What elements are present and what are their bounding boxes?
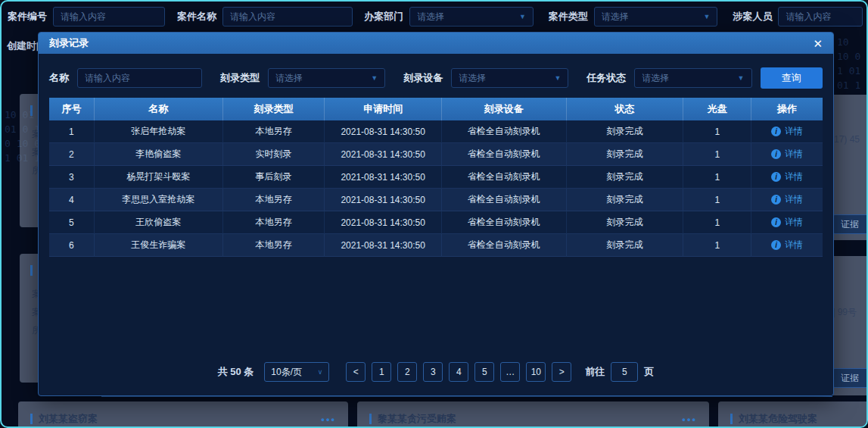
case-type-select-value: 请选择 <box>602 11 629 23</box>
table-cell: 事后刻录 <box>223 166 325 189</box>
table-cell: 本地另存 <box>223 211 325 234</box>
table-cell: 1 <box>683 189 751 211</box>
page-button[interactable]: 1 <box>372 362 391 382</box>
table-cell: 本地另存 <box>223 120 325 143</box>
person-input[interactable] <box>778 7 863 27</box>
page-button[interactable]: … <box>500 362 520 382</box>
department-field: 办案部门 请选择 ▼ <box>364 7 534 27</box>
table-cell: 省检全自动刻录机 <box>442 189 567 211</box>
action-cell: i详情 <box>751 143 823 166</box>
person-label: 涉案人员 <box>733 10 772 23</box>
department-select[interactable]: 请选择 ▼ <box>409 7 534 27</box>
table-cell: 省检全自动刻录机 <box>442 211 567 234</box>
case-card-title: 刘某某盗窃案 <box>39 412 98 426</box>
table-cell: 1 <box>683 143 751 166</box>
table-cell: 5 <box>49 211 95 234</box>
column-header: 操作 <box>751 98 823 120</box>
more-menu-icon[interactable]: ••• <box>682 414 697 425</box>
page-button[interactable]: 3 <box>423 362 443 382</box>
action-cell: i详情 <box>751 234 823 257</box>
panel-fragment-text: ] 99号 <box>832 306 857 319</box>
accent-bar <box>30 265 33 276</box>
evidence-button[interactable]: 证据 <box>832 368 868 388</box>
goto-page-input[interactable] <box>611 362 638 382</box>
table-cell: 3 <box>49 166 95 189</box>
accent-bar <box>30 105 33 116</box>
case-card[interactable]: 刘某某盗窃案 ••• <box>18 401 348 428</box>
table-cell: 2 <box>49 143 95 166</box>
next-page-button[interactable]: > <box>552 362 571 382</box>
detail-link[interactable]: 详情 <box>785 125 803 138</box>
task-status-select-value: 请选择 <box>642 72 669 85</box>
chevron-down-icon: ▼ <box>554 74 561 82</box>
evidence-button[interactable]: 证据 <box>832 214 868 234</box>
task-status-label: 任务状态 <box>586 71 626 85</box>
table-cell: 1 <box>49 120 95 143</box>
table-cell: 省检全自动刻录机 <box>442 120 567 143</box>
action-cell: i详情 <box>751 189 823 211</box>
name-filter-input[interactable] <box>77 68 202 88</box>
detail-link[interactable]: 详情 <box>785 239 803 251</box>
dialog-filter-bar: 名称 刻录类型 请选择 ▼ 刻录设备 请选择 ▼ 任务状态 请选择 ▼ 查询 <box>39 54 833 98</box>
table-cell: 省检全自动刻录机 <box>442 143 567 166</box>
case-card-title: 刘某某危险驾驶案 <box>739 412 817 426</box>
accent-bar <box>369 414 372 424</box>
case-card[interactable]: 黎某某贪污受贿案 ••• <box>357 401 709 428</box>
case-name-field: 案件名称 <box>177 7 349 27</box>
more-menu-icon[interactable]: ••• <box>321 414 336 425</box>
case-type-select[interactable]: 请选择 ▼ <box>594 7 718 27</box>
page-size-select[interactable]: 10条/页 ∨ <box>264 362 329 382</box>
case-type-field: 案件类型 请选择 ▼ <box>549 7 718 27</box>
action-cell: i详情 <box>751 120 823 143</box>
table-row: 3杨晃打架斗殴案事后刻录2021-08-31 14:30:50省检全自动刻录机刻… <box>49 166 823 189</box>
burn-device-label: 刻录设备 <box>403 71 443 85</box>
burn-type-select[interactable]: 请选择 ▼ <box>268 68 385 88</box>
table-cell: 2021-08-31 14:30:50 <box>325 143 442 166</box>
case-name-input[interactable] <box>222 7 353 27</box>
case-card[interactable]: 刘某某危险驾驶案 <box>718 401 868 428</box>
table-cell: 6 <box>49 234 95 257</box>
column-header: 刻录设备 <box>442 98 567 120</box>
column-header: 光盘 <box>683 98 751 120</box>
table-body: 1张启年抢劫案本地另存2021-08-31 14:30:50省检全自动刻录机刻录… <box>49 120 823 257</box>
table-cell: 省检全自动刻录机 <box>442 234 567 257</box>
task-status-select[interactable]: 请选择 ▼ <box>634 68 751 88</box>
case-type-label: 案件类型 <box>549 10 588 23</box>
page-button[interactable]: 5 <box>474 362 494 382</box>
page-buttons: 12345…10 <box>372 362 546 382</box>
table-cell: 李思思入室抢劫案 <box>95 189 223 211</box>
evidence-button-label: 证据 <box>841 218 859 231</box>
case-name-label: 案件名称 <box>177 10 216 23</box>
dialog-title: 刻录记录 <box>49 36 89 50</box>
burn-records-dialog: 刻录记录 ✕ 名称 刻录类型 请选择 ▼ 刻录设备 请选择 ▼ 任务状态 请选择… <box>38 32 834 396</box>
app-frame: 案件编号 案件名称 办案部门 请选择 ▼ 案件类型 请选择 ▼ 涉案人员 创建时… <box>0 0 868 428</box>
page-button[interactable]: 4 <box>449 362 468 382</box>
name-filter-label: 名称 <box>49 71 69 85</box>
table-cell: 本地另存 <box>223 234 325 257</box>
close-icon[interactable]: ✕ <box>813 38 823 49</box>
detail-link[interactable]: 详情 <box>785 148 803 161</box>
table-row: 1张启年抢劫案本地另存2021-08-31 14:30:50省检全自动刻录机刻录… <box>49 120 823 143</box>
burn-device-select[interactable]: 请选择 ▼ <box>451 68 568 88</box>
table-cell: 刻录完成 <box>567 166 684 189</box>
column-header: 名称 <box>95 98 223 120</box>
panel-fragment-text: 17) 45 <box>834 134 860 145</box>
prev-page-button[interactable]: < <box>346 362 366 382</box>
detail-link[interactable]: 详情 <box>785 193 803 206</box>
chevron-down-icon: ∨ <box>318 368 323 376</box>
case-number-input[interactable] <box>53 7 165 27</box>
detail-link[interactable]: 详情 <box>785 170 803 183</box>
info-icon: i <box>771 240 781 250</box>
detail-link[interactable]: 详情 <box>785 216 803 229</box>
page-button[interactable]: 10 <box>526 362 546 382</box>
table-cell: 刻录完成 <box>567 120 684 143</box>
evidence-button-label: 证据 <box>841 372 859 385</box>
table-cell: 2021-08-31 14:30:50 <box>325 166 442 189</box>
chevron-down-icon: ▼ <box>519 13 526 20</box>
accent-bar <box>30 414 33 424</box>
search-button[interactable]: 查询 <box>761 67 823 89</box>
info-icon: i <box>771 149 781 159</box>
page-button[interactable]: 2 <box>397 362 417 382</box>
total-count: 共 50 条 <box>218 365 254 379</box>
case-number-field: 案件编号 <box>8 7 162 27</box>
